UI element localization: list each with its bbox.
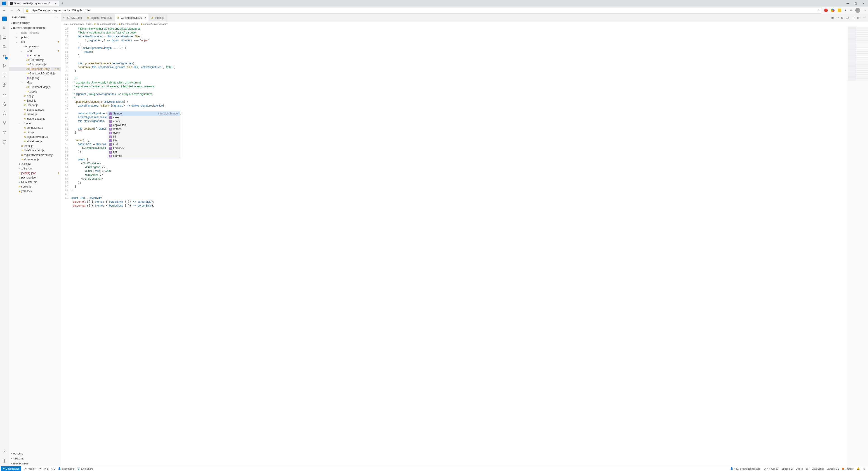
close-window-button[interactable]: ✕	[862, 2, 865, 5]
undo-icon[interactable]: ↶	[836, 16, 839, 20]
npm-section[interactable]: ›NPM SCRIPTS	[9, 461, 61, 466]
outline-section[interactable]: ›OUTLINE	[9, 451, 61, 456]
extension-icon[interactable]	[838, 8, 841, 12]
file-item[interactable]: JSHeader.js	[9, 103, 61, 108]
suggest-item[interactable]: ◇filter	[108, 139, 180, 143]
run-icon[interactable]: ▷	[841, 16, 843, 20]
prettier-status[interactable]: Prettier	[842, 467, 853, 470]
file-item[interactable]: ▧logo.svg	[9, 76, 61, 80]
favorites-icon[interactable]: ✦	[844, 9, 847, 12]
breadcrumb-segment[interactable]: components	[70, 23, 84, 25]
sync-button[interactable]: ⟳	[39, 467, 41, 470]
suggest-item[interactable]: ◇every	[108, 131, 180, 135]
breadcrumb[interactable]: src›components›Grid›JS GuestbookGrid.js›…	[61, 22, 868, 27]
browser-tab-close-icon[interactable]: ✕	[55, 2, 57, 5]
file-item[interactable]: JSserver.js	[9, 184, 61, 189]
file-item[interactable]: JSSubheading.js	[9, 108, 61, 112]
minimize-button[interactable]: —	[846, 2, 849, 5]
remote-explorer-icon[interactable]	[2, 72, 7, 78]
file-item[interactable]: JSsignatures.js	[9, 139, 61, 144]
file-item[interactable]: JSTwitterButton.js	[9, 117, 61, 121]
browser-tab[interactable]: GuestbookGrid.js - guestbook (C... ✕	[8, 1, 59, 6]
maximize-button[interactable]: ▢	[854, 2, 857, 5]
suggest-item[interactable]: ◇entries	[108, 127, 180, 131]
close-tab-icon[interactable]: ✕	[144, 16, 146, 19]
folder-item[interactable]: ⌄components	[9, 44, 61, 49]
folder-item[interactable]: ›node_modules	[9, 31, 61, 35]
problems-indicator[interactable]: ⊗3 ⚠0	[44, 467, 55, 470]
extensions-icon[interactable]	[2, 82, 7, 88]
extension-icon[interactable]	[824, 8, 828, 12]
suggest-item[interactable]: ◇findIndex	[108, 146, 180, 150]
suggest-item[interactable]: ◇concat	[108, 119, 180, 123]
profile-avatar[interactable]	[855, 8, 860, 13]
browser-menu-icon[interactable]: ⋯	[864, 9, 866, 12]
breadcrumb-segment[interactable]: JS GuestbookGrid.js	[94, 23, 116, 25]
cursor-position[interactable]: Ln 47, Col 27	[764, 467, 778, 470]
folder-item[interactable]: ⌄model	[9, 121, 61, 125]
indent-status[interactable]: Spaces: 2	[782, 467, 793, 470]
breadcrumb-segment[interactable]: ◆ updateActiveSignature	[141, 23, 168, 26]
file-item[interactable]: JSregisterServiceWorker.js	[9, 153, 61, 157]
code-area[interactable]: 25 26 27 28 29 30 31 32 33 34 35 36 37 3…	[61, 27, 868, 466]
branch-indicator[interactable]: ⎇master*	[24, 467, 36, 470]
breadcrumb-segment[interactable]: ◆ GuestbookGrid	[119, 23, 138, 26]
source-control-icon[interactable]: 1	[2, 54, 7, 59]
file-item[interactable]: ⚙.eslintrc	[9, 162, 61, 166]
file-item[interactable]: {}jsconfig.json1	[9, 171, 61, 175]
collections-icon[interactable]: ⊕	[850, 9, 852, 12]
suggest-item[interactable]: □Symbolinterface Symbol	[108, 112, 180, 116]
menu-icon[interactable]: ☰	[2, 25, 7, 31]
file-item[interactable]: JSGuestbookGridCell.js	[9, 71, 61, 76]
live-share-icon[interactable]	[2, 129, 7, 135]
file-item[interactable]: JSLiveShare.test.js	[9, 148, 61, 153]
refresh-button[interactable]: ⟳	[16, 8, 21, 12]
file-item[interactable]: JSGridArrow.js	[9, 58, 61, 62]
new-tab-button[interactable]: +	[61, 1, 63, 5]
suggest-item[interactable]: ◇clear	[108, 116, 180, 119]
breadcrumb-segment[interactable]: src	[64, 23, 68, 25]
file-item[interactable]: ▧arrow.png	[9, 53, 61, 58]
more-actions-icon[interactable]: ⋯	[863, 16, 866, 20]
layout-status[interactable]: Layout: US	[827, 467, 839, 470]
sidebar-more-icon[interactable]: ⋯	[56, 16, 58, 19]
notifications-icon[interactable]: 🔔	[857, 467, 860, 470]
github-icon[interactable]	[2, 111, 7, 116]
file-item[interactable]: JSGridLegend.js	[9, 62, 61, 67]
editor-tab[interactable]: JSsignatureMatrix.js	[84, 14, 114, 22]
suggest-item[interactable]: ◇copyWithin	[108, 123, 180, 127]
git-icon[interactable]: ⎇	[846, 16, 849, 20]
timeline-section[interactable]: ›TIMELINE	[9, 456, 61, 461]
compare-changes-icon[interactable]: ⇆	[831, 16, 834, 20]
liveshare-button[interactable]: 📡Live Share	[77, 467, 93, 470]
file-item[interactable]: JSindex.js	[9, 144, 61, 148]
file-item[interactable]: JSsignatures.js	[9, 157, 61, 162]
file-item[interactable]: JSpins.js	[9, 130, 61, 135]
git-graph-icon[interactable]	[2, 120, 7, 125]
folder-item[interactable]: ⌄src	[9, 39, 61, 44]
preview-icon[interactable]: ◫	[852, 16, 855, 20]
file-item[interactable]: 🔒yarn.lock	[9, 189, 61, 194]
open-editors-section[interactable]: ›OPEN EDITORS	[9, 21, 61, 26]
file-item[interactable]: JSMap.js	[9, 89, 61, 94]
settings-gear-icon[interactable]	[2, 458, 7, 464]
codespaces-button[interactable]: ⟲Codespaces	[1, 466, 21, 471]
file-item[interactable]: JSsignatureMatrix.js	[9, 135, 61, 139]
code-content[interactable]: // Determine whether we have any actual …	[71, 27, 848, 466]
folder-item[interactable]: ⌄Map	[9, 80, 61, 85]
split-editor-icon[interactable]: ▯▯	[857, 16, 860, 20]
eol-status[interactable]: LF	[806, 467, 809, 470]
suggest-item[interactable]: ◇flatMap	[108, 154, 180, 158]
language-status[interactable]: JavaScript	[812, 467, 824, 470]
accounts-icon[interactable]	[2, 449, 7, 454]
liveshare-user[interactable]: 👤acangialosi	[58, 467, 74, 470]
editor-tab[interactable]: ▾README.md	[61, 14, 84, 22]
file-item[interactable]: ⚙.gitignore	[9, 166, 61, 171]
file-item[interactable]: JSEmoji.js	[9, 98, 61, 103]
encoding-status[interactable]: UTF-8	[796, 467, 803, 470]
file-item[interactable]: JSGuestbookGrid.js2, M	[9, 67, 61, 71]
star-icon[interactable]: ☆	[817, 9, 820, 12]
suggest-item[interactable]: ◇find	[108, 143, 180, 146]
file-item[interactable]: JSbonusCells.js	[9, 125, 61, 130]
azure-icon[interactable]	[2, 101, 7, 107]
